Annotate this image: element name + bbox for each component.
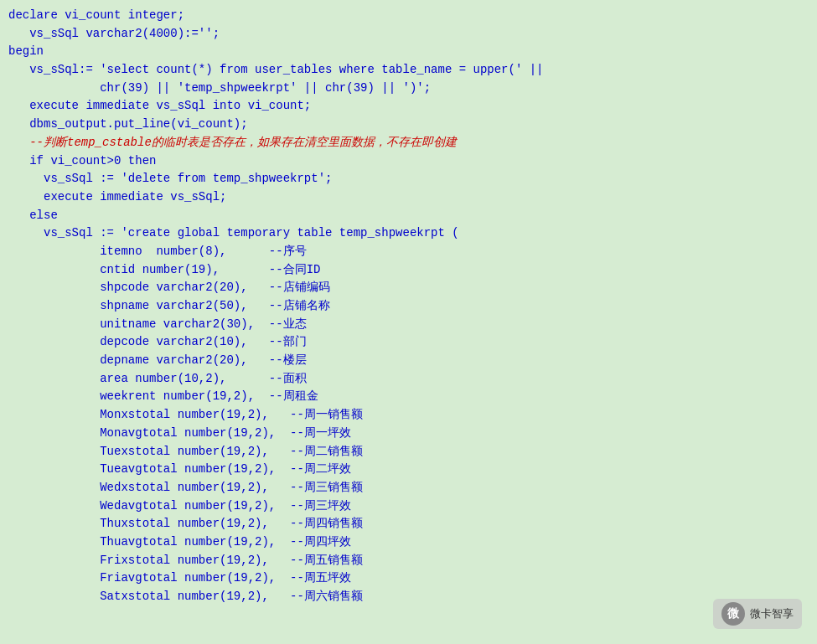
code-line: Frixstotal number(19,2), --周五销售额 [8,552,809,570]
code-container: declare vi_count integer; vs_sSql varcha… [0,0,817,644]
code-line: weekrent number(19,2), --周租金 [8,388,809,406]
code-line: execute immediate vs_sSql into vi_count; [8,97,809,116]
code-line: vs_sSql varchar2(4000):=''; [8,25,809,44]
code-line: dbms_output.put_line(vi_count); [8,116,809,134]
code-line: --判断temp_cstable的临时表是否存在，如果存在清空里面数据，不存在即… [8,134,809,152]
code-line: unitname varchar2(30), --业态 [8,316,809,334]
code-line: depcode varchar2(10), --部门 [8,333,809,352]
code-line: declare vi_count integer; [8,7,809,25]
code-line: vs_sSql := 'delete from temp_shpweekrpt'… [8,170,809,188]
watermark: 微 微卡智享 [713,599,802,629]
code-line: Wedavgtotal number(19,2), --周三坪效 [8,497,809,516]
code-line: Thuxstotal number(19,2), --周四销售额 [8,515,809,533]
code-line: cntid number(19), --合同ID [8,261,809,280]
code-line: area number(10,2), --面积 [8,370,809,389]
code-line: execute immediate vs_sSql; [8,188,809,207]
code-lines: declare vi_count integer; vs_sSql varcha… [8,7,809,606]
code-line: Friavgtotal number(19,2), --周五坪效 [8,569,809,588]
code-line: Satxstotal number(19,2), --周六销售额 [8,588,809,606]
code-line: shpcode varchar2(20), --店铺编码 [8,279,809,297]
code-line: depname varchar2(20), --楼层 [8,352,809,370]
code-line: if vi_count>0 then [8,152,809,171]
code-line: itemno number(8), --序号 [8,243,809,261]
code-line: chr(39) || 'temp_shpweekrpt' || chr(39) … [8,80,809,98]
code-line: vs_sSql := 'create global temporary tabl… [8,224,809,243]
watermark-text: 微卡智享 [750,606,794,621]
code-line: Wedxstotal number(19,2), --周三销售额 [8,479,809,497]
code-line: Tuexstotal number(19,2), --周二销售额 [8,443,809,461]
code-line: else [8,207,809,225]
code-line: begin [8,43,809,61]
code-line: Thuavgtotal number(19,2), --周四坪效 [8,533,809,552]
code-line: Monavgtotal number(19,2), --周一坪效 [8,425,809,443]
code-line: Tueavgtotal number(19,2), --周二坪效 [8,461,809,479]
code-line: Monxstotal number(19,2), --周一销售额 [8,406,809,425]
code-line: vs_sSql:= 'select count(*) from user_tab… [8,61,809,80]
watermark-icon: 微 [721,602,745,626]
code-line: shpname varchar2(50), --店铺名称 [8,297,809,316]
